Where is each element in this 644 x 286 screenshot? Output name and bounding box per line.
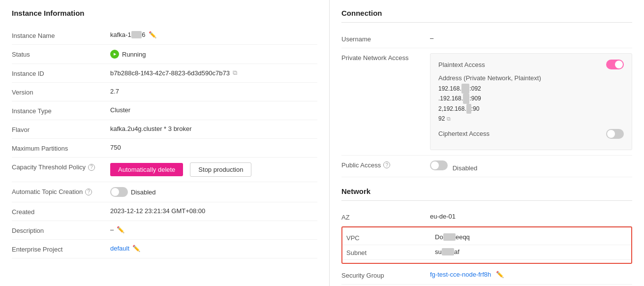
auto-topic-disabled-text: Disabled [131, 189, 156, 196]
plaintext-access-row: Plaintext Access [438, 60, 624, 69]
address-3: 2,192.168. :90 [438, 104, 624, 114]
private-network-row: Private Network Access Plaintext Access … [341, 48, 632, 156]
ciphertext-access-label: Ciphertext Access [438, 130, 606, 137]
auto-topic-label: Automatic Topic Creation ? [12, 187, 110, 195]
vpc-subnet-highlight-box: VPC Do eeqq Subnet su af [341, 226, 632, 264]
status-running-icon [110, 50, 119, 59]
max-partitions-row: Maximum Partitions 750 [12, 139, 317, 158]
enterprise-project-value: default ✏️ [110, 245, 317, 252]
vpc-value: Do eeqq [435, 233, 627, 241]
right-panel: Connection Username – Private Network Ac… [330, 0, 644, 286]
flavor-label: Flavor [12, 125, 110, 133]
plaintext-access-label: Plaintext Access [438, 61, 606, 68]
version-value: 2.7 [110, 88, 317, 95]
address-row: Address (Private Network, Plaintext) 192… [438, 74, 624, 124]
vpc-label: VPC [346, 233, 435, 242]
private-network-label: Private Network Access [341, 53, 430, 62]
vpc-row: VPC Do eeqq [342, 230, 631, 245]
address-list: 192.168. :092 .192.168. :909 2,192.168. … [438, 84, 624, 124]
az-label: AZ [341, 213, 430, 221]
username-value: – [430, 34, 632, 42]
instance-type-row: Instance Type Cluster [12, 101, 317, 120]
security-group-value: fg-test-cce-node-frf8h ✏️ [430, 271, 632, 278]
network-section: Network AZ eu-de-01 VPC Do eeqq Subnet s… [341, 187, 632, 285]
ciphertext-access-row: Ciphertext Access [438, 129, 624, 139]
instance-id-copy-icon[interactable]: ⧉ [233, 69, 237, 77]
instance-information-title: Instance Information [12, 9, 317, 17]
created-label: Created [12, 207, 110, 216]
connection-section: Connection Username – Private Network Ac… [341, 9, 632, 177]
status-row: Status Running [12, 45, 317, 64]
instance-id-text: b7b288c8-1f43-42c7-8823-6d3d590c7b73 [110, 69, 230, 77]
auto-topic-toggle[interactable] [110, 187, 128, 197]
address-2: .192.168. :909 [438, 94, 624, 103]
auto-topic-value: Disabled [110, 187, 317, 197]
private-network-box: Plaintext Access Address (Private Networ… [430, 53, 632, 150]
subnet-row: Subnet su af [342, 245, 631, 260]
description-label: Description [12, 226, 110, 234]
instance-type-label: Instance Type [12, 106, 110, 115]
auto-topic-row: Automatic Topic Creation ? Disabled [12, 182, 317, 202]
username-row: Username – [341, 30, 632, 48]
public-access-row: Public Access ? Disabled [341, 156, 632, 177]
flavor-row: Flavor kafka.2u4g.cluster * 3 broker [12, 120, 317, 139]
public-access-toggle[interactable] [430, 160, 448, 170]
address-label: Address (Private Network, Plaintext) [438, 74, 624, 82]
capacity-threshold-row: Capacity Threshold Policy ? Automaticall… [12, 158, 317, 182]
instance-type-value: Cluster [110, 106, 317, 114]
auto-delete-button[interactable]: Automatically delete [110, 163, 183, 176]
connection-title: Connection [341, 9, 632, 23]
instance-name-label: Instance Name [12, 31, 110, 39]
security-group-row: Security Group fg-test-cce-node-frf8h ✏️ [341, 266, 632, 285]
description-edit-icon[interactable]: ✏️ [117, 226, 124, 233]
ciphertext-access-toggle[interactable] [606, 129, 624, 139]
subnet-value: su af [435, 248, 627, 255]
description-value: – ✏️ [110, 226, 317, 233]
capacity-threshold-label: Capacity Threshold Policy ? [12, 162, 110, 171]
public-access-label: Public Access ? [341, 160, 430, 169]
status-value: Running [110, 50, 317, 59]
capacity-threshold-value: Automatically delete Stop production [110, 162, 317, 177]
version-row: Version 2.7 [12, 83, 317, 101]
enterprise-project-row: Enterprise Project default ✏️ [12, 240, 317, 258]
address-1: 192.168. :092 [438, 84, 624, 94]
enterprise-project-link[interactable]: default [110, 245, 129, 252]
security-group-label: Security Group [341, 271, 430, 279]
subnet-label: Subnet [346, 248, 435, 256]
public-access-help-icon[interactable]: ? [383, 161, 390, 168]
az-value: eu-de-01 [430, 213, 632, 220]
auto-topic-help-icon[interactable]: ? [85, 189, 92, 195]
instance-name-edit-icon[interactable]: ✏️ [149, 31, 156, 38]
instance-name-blurred [131, 31, 142, 38]
username-label: Username [341, 34, 430, 43]
instance-id-label: Instance ID [12, 69, 110, 77]
instance-name-value: kafka-1 6 ✏️ [110, 31, 317, 38]
public-access-disabled-text: Disabled [453, 164, 478, 172]
instance-name-row: Instance Name kafka-1 6 ✏️ [12, 26, 317, 45]
instance-name-text: kafka-1 6 [110, 31, 146, 38]
description-text: – [110, 226, 114, 233]
status-text: Running [122, 51, 146, 58]
capacity-threshold-help-icon[interactable]: ? [88, 164, 95, 171]
description-row: Description – ✏️ [12, 221, 317, 240]
security-group-edit-icon[interactable]: ✏️ [496, 271, 504, 278]
address-copy-icon[interactable]: ⧉ [447, 116, 451, 122]
stop-production-button[interactable]: Stop production [190, 162, 251, 177]
plaintext-access-toggle[interactable] [606, 60, 624, 69]
security-group-link[interactable]: fg-test-cce-node-frf8h [430, 271, 491, 278]
flavor-value: kafka.2u4g.cluster * 3 broker [110, 125, 317, 132]
network-title: Network [341, 187, 632, 201]
address-4: 92 ⧉ [438, 114, 624, 124]
enterprise-project-edit-icon[interactable]: ✏️ [132, 245, 140, 252]
version-label: Version [12, 88, 110, 96]
instance-id-value: b7b288c8-1f43-42c7-8823-6d3d590c7b73 ⧉ [110, 69, 317, 77]
created-value: 2023-12-12 23:21:34 GMT+08:00 [110, 207, 317, 215]
az-row: AZ eu-de-01 [341, 208, 632, 226]
status-label: Status [12, 50, 110, 58]
left-panel: Instance Information Instance Name kafka… [0, 0, 330, 286]
enterprise-project-label: Enterprise Project [12, 245, 110, 253]
created-row: Created 2023-12-12 23:21:34 GMT+08:00 [12, 202, 317, 221]
max-partitions-label: Maximum Partitions [12, 144, 110, 152]
max-partitions-value: 750 [110, 144, 317, 151]
public-access-value: Disabled [430, 160, 632, 172]
